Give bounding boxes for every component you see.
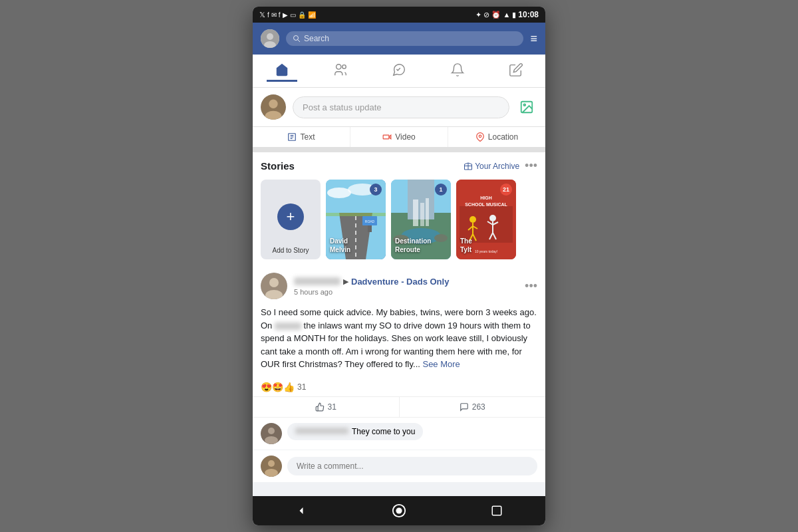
svg-point-1 xyxy=(267,33,273,40)
clock: 10:08 xyxy=(518,10,539,19)
back-button[interactable] xyxy=(288,503,315,519)
post-username-blurred xyxy=(294,277,340,285)
story-destination-reroute[interactable]: 1 DestinationReroute xyxy=(391,180,451,259)
svg-rect-23 xyxy=(368,225,372,232)
post-arrow: ▶ xyxy=(343,277,348,286)
block-icon: ⊘ xyxy=(483,11,489,19)
fb-icon: f xyxy=(267,11,269,19)
svg-rect-30 xyxy=(426,198,429,226)
svg-line-4 xyxy=(298,40,301,43)
comment-button[interactable]: 263 xyxy=(400,397,546,417)
mail-icon: ✉ xyxy=(271,11,277,19)
post-text-blurred xyxy=(275,323,301,330)
add-story-card[interactable]: + Add to Story xyxy=(261,180,321,259)
stories-title: Stories xyxy=(261,160,295,172)
search-placeholder: Search xyxy=(304,34,329,43)
svg-point-38 xyxy=(469,216,476,223)
post-content: So I need some quick advice. My babies, … xyxy=(253,306,545,378)
post-more-button[interactable]: ••• xyxy=(525,279,537,293)
add-story-label: Add to Story xyxy=(261,247,321,254)
twitter-icon: 𝕏 xyxy=(259,11,265,19)
svg-point-11 xyxy=(523,104,525,106)
tab-notifications[interactable] xyxy=(442,60,473,82)
svg-point-17 xyxy=(327,188,351,198)
current-user-avatar xyxy=(261,94,286,120)
svg-text:ROAD: ROAD xyxy=(365,219,375,223)
svg-point-3 xyxy=(294,36,299,41)
tab-compose[interactable] xyxy=(501,60,531,82)
video-option-label: Video xyxy=(395,132,415,142)
svg-text:HIGH: HIGH xyxy=(480,196,492,200)
stories-section: Stories Your Archive ••• + Add to Story xyxy=(253,152,545,266)
menu-button[interactable]: ≡ xyxy=(530,32,537,46)
actions-row: 31 263 xyxy=(253,397,545,418)
post-user-info: ▶ Dadventure - Dads Only 5 hours ago xyxy=(294,277,518,296)
commenter-name-blurred xyxy=(295,428,348,434)
tab-friends[interactable] xyxy=(325,60,356,82)
post-card: ▶ Dadventure - Dads Only 5 hours ago •••… xyxy=(253,266,545,482)
svg-point-56 xyxy=(265,436,278,444)
svg-point-58 xyxy=(268,460,275,467)
photo-icon[interactable] xyxy=(516,96,537,118)
home-button[interactable] xyxy=(386,503,412,519)
comment-input-row xyxy=(253,450,545,482)
wifi-icon: 📶 xyxy=(308,11,316,19)
reaction-count: 31 xyxy=(297,382,306,392)
svg-point-33 xyxy=(434,234,448,242)
stories-more-button[interactable]: ••• xyxy=(525,159,537,173)
story-david-melvin[interactable]: ROAD 3 DavidMelvin xyxy=(326,180,386,259)
location-option-label: Location xyxy=(488,132,518,142)
post-group-name[interactable]: Dadventure - Dads Only xyxy=(351,277,449,287)
story-david-name: DavidMelvin xyxy=(330,237,350,254)
svg-point-15 xyxy=(479,135,481,138)
recents-button[interactable] xyxy=(483,503,510,519)
youtube-icon: ▶ xyxy=(283,11,288,19)
status-input[interactable]: Post a status update xyxy=(293,96,509,118)
story-tylt-badge: 21 xyxy=(500,184,512,196)
svg-point-55 xyxy=(268,428,275,434)
svg-point-5 xyxy=(336,65,341,69)
lock-icon: 🔒 xyxy=(298,11,306,19)
tab-home[interactable] xyxy=(267,60,297,82)
status-bar: 𝕏 f ✉ f ▶ ▭ 🔒 📶 ✦ ⊘ ⏰ ▲ ▮ 10:08 xyxy=(253,7,545,23)
svg-marker-60 xyxy=(300,507,303,514)
post-header: ▶ Dadventure - Dads Only 5 hours ago ••• xyxy=(253,266,545,306)
svg-text:SCHOOL MUSICAL: SCHOOL MUSICAL xyxy=(465,202,507,207)
svg-text:10 years today!: 10 years today! xyxy=(475,249,497,253)
see-more-link[interactable]: See More xyxy=(420,359,460,369)
svg-rect-63 xyxy=(492,506,501,515)
svg-rect-24 xyxy=(326,213,386,216)
story-the-tylt[interactable]: HIGH SCHOOL MUSICAL 10 years today! xyxy=(456,180,516,259)
svg-point-44 xyxy=(489,215,496,221)
svg-rect-13 xyxy=(383,135,389,139)
profile-avatar[interactable] xyxy=(261,29,279,48)
comment-text: They come to you xyxy=(352,427,415,436)
comment-bubble: They come to you xyxy=(287,423,423,440)
video-option[interactable]: Video xyxy=(350,127,448,147)
svg-point-8 xyxy=(269,100,277,108)
like-count: 31 xyxy=(328,402,336,412)
svg-point-62 xyxy=(396,507,402,513)
comment-input[interactable] xyxy=(287,457,537,475)
monitor-icon: ▭ xyxy=(290,11,296,19)
svg-point-6 xyxy=(342,65,346,69)
battery-icon: ▮ xyxy=(512,11,516,19)
post-user-avatar xyxy=(261,273,287,299)
search-bar[interactable]: Search xyxy=(286,31,523,46)
story-tylt-name: TheTylt xyxy=(460,237,472,254)
signal-icon: ▲ xyxy=(503,11,510,19)
location-option[interactable]: Location xyxy=(448,127,545,147)
text-option[interactable]: Text xyxy=(253,127,350,147)
add-story-icon: + xyxy=(277,203,304,230)
facebook-navbar: Search ≡ xyxy=(253,23,545,55)
text-option-label: Text xyxy=(300,132,315,142)
bottom-nav xyxy=(253,496,545,525)
stories-header: Stories Your Archive ••• xyxy=(261,159,537,173)
your-archive-button[interactable]: Your Archive xyxy=(464,162,519,171)
comment-count: 263 xyxy=(472,402,485,412)
tab-messenger[interactable] xyxy=(384,60,414,82)
story-destination-badge: 1 xyxy=(435,184,447,196)
current-user-comment-avatar xyxy=(261,456,282,477)
post-options-bar: Text Video Location xyxy=(253,127,545,152)
like-button[interactable]: 31 xyxy=(253,397,400,417)
